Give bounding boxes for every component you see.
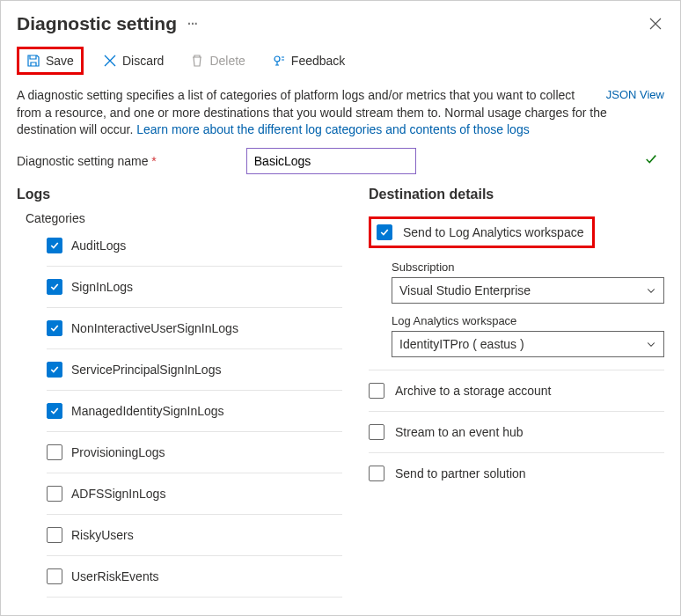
json-view-link[interactable]: JSON View — [606, 87, 664, 103]
subscription-label: Subscription — [392, 260, 664, 274]
chevron-down-icon — [646, 285, 656, 296]
page-title: Diagnostic setting — [17, 13, 177, 34]
delete-button: Delete — [183, 49, 252, 72]
category-label: SignInLogs — [71, 280, 133, 294]
archive-storage-checkbox[interactable] — [369, 383, 384, 399]
categories-heading: Categories — [26, 211, 342, 225]
event-hub-row[interactable]: Stream to an event hub — [369, 412, 664, 453]
category-checkbox[interactable] — [47, 486, 62, 502]
category-checkbox[interactable] — [47, 568, 62, 584]
partner-label: Send to partner solution — [395, 466, 526, 480]
discard-label: Discard — [122, 54, 164, 68]
valid-check-icon — [645, 153, 657, 165]
category-checkbox[interactable] — [47, 444, 62, 460]
category-label: AuditLogs — [71, 238, 126, 253]
required-asterisk: * — [151, 154, 156, 168]
feedback-label: Feedback — [291, 54, 345, 68]
delete-icon — [190, 54, 204, 68]
category-row[interactable]: SignInLogs — [47, 267, 342, 308]
description-block: JSON View A diagnostic setting specifies… — [17, 87, 664, 139]
event-hub-label: Stream to an event hub — [395, 425, 524, 439]
partner-row[interactable]: Send to partner solution — [369, 453, 664, 494]
category-row[interactable]: ProvisioningLogs — [47, 432, 342, 473]
archive-storage-row[interactable]: Archive to a storage account — [369, 370, 664, 412]
more-icon[interactable]: ··· — [184, 17, 198, 31]
category-checkbox[interactable] — [47, 362, 62, 378]
chevron-down-icon — [646, 339, 656, 349]
workspace-label: Log Analytics workspace — [392, 314, 664, 327]
category-row[interactable]: ADFSSignInLogs — [47, 473, 342, 515]
log-analytics-label: Send to Log Analytics workspace — [403, 225, 583, 239]
workspace-value: IdentityITPro ( eastus ) — [399, 337, 524, 351]
category-label: UserRiskEvents — [71, 569, 159, 583]
feedback-button[interactable]: Feedback — [265, 49, 352, 72]
category-label: NonInteractiveUserSignInLogs — [71, 321, 238, 335]
category-label: ManagedIdentitySignInLogs — [71, 404, 224, 418]
category-row[interactable]: ServicePrincipalSignInLogs — [47, 349, 342, 391]
close-icon[interactable] — [647, 13, 664, 34]
category-label: RiskyUsers — [71, 528, 134, 542]
log-analytics-checkbox[interactable] — [377, 224, 392, 240]
event-hub-checkbox[interactable] — [369, 424, 384, 440]
discard-button[interactable]: Discard — [96, 49, 171, 72]
feedback-icon — [272, 54, 286, 68]
subscription-value: Visual Studio Enterprise — [399, 283, 531, 297]
dest-heading: Destination details — [369, 187, 664, 202]
category-checkbox[interactable] — [47, 320, 62, 336]
logs-heading: Logs — [17, 187, 342, 202]
subscription-select[interactable]: Visual Studio Enterprise — [392, 277, 664, 304]
delete-label: Delete — [209, 54, 245, 68]
save-button[interactable]: Save — [17, 47, 84, 75]
category-row[interactable]: ManagedIdentitySignInLogs — [47, 391, 342, 432]
setting-name-input[interactable] — [246, 148, 416, 174]
discard-icon — [103, 54, 117, 68]
category-checkbox[interactable] — [47, 527, 62, 543]
category-checkbox[interactable] — [47, 238, 62, 253]
category-row[interactable]: NonInteractiveUserSignInLogs — [47, 308, 342, 349]
category-label: ADFSSignInLogs — [71, 487, 165, 501]
learn-more-link[interactable]: Learn more about the different log categ… — [136, 122, 529, 136]
category-row[interactable]: RiskyUsers — [47, 515, 342, 556]
category-label: ServicePrincipalSignInLogs — [71, 363, 221, 377]
send-to-log-analytics[interactable]: Send to Log Analytics workspace — [369, 216, 595, 248]
category-label: ProvisioningLogs — [71, 445, 165, 459]
save-label: Save — [46, 54, 74, 68]
category-row[interactable]: UserRiskEvents — [47, 556, 342, 598]
svg-point-0 — [275, 56, 280, 62]
save-icon — [26, 54, 40, 68]
partner-checkbox[interactable] — [369, 466, 384, 481]
workspace-select[interactable]: IdentityITPro ( eastus ) — [392, 331, 664, 357]
setting-name-label: Diagnostic setting name — [17, 154, 148, 168]
archive-storage-label: Archive to a storage account — [395, 384, 551, 398]
category-checkbox[interactable] — [47, 279, 62, 295]
category-row[interactable]: AuditLogs — [47, 234, 342, 267]
category-checkbox[interactable] — [47, 403, 62, 419]
